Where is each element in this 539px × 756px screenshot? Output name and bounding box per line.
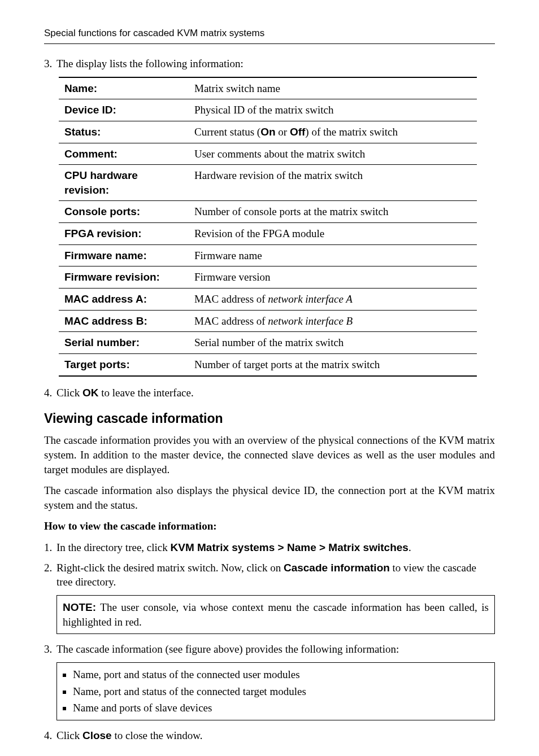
row-value: Number of console ports at the matrix sw…: [189, 201, 477, 223]
row-label: Target ports:: [59, 353, 189, 375]
table-row: FPGA revision: Revision of the FPGA modu…: [59, 223, 477, 245]
row-label: Device ID:: [59, 99, 189, 121]
table-row: Serial number: Serial number of the matr…: [59, 332, 477, 354]
text: to leave the interface.: [98, 387, 193, 399]
table-row: MAC address A: MAC address of network in…: [59, 288, 477, 310]
note-text: The user console, via whose context menu…: [63, 601, 489, 628]
table-row: CPU hardware revision: Hardware revision…: [59, 165, 477, 201]
list-item: Name, port and status of the connected t…: [73, 683, 489, 700]
table-row: Name: Matrix switch name: [59, 77, 477, 99]
text: to close the window.: [112, 729, 203, 741]
row-value: Firmware version: [189, 266, 477, 289]
step-number: 3.: [44, 642, 56, 657]
step-text: The cascade information (see figure abov…: [56, 642, 495, 657]
step-3: 3. The display lists the following infor…: [44, 56, 495, 71]
note-lead: NOTE:: [63, 601, 96, 613]
value-bold: On: [260, 126, 275, 138]
row-label: Status:: [59, 121, 189, 143]
howto-heading: How to view the cascade information:: [44, 519, 495, 534]
row-label: Serial number:: [59, 332, 189, 354]
body-paragraph: The cascade information also displays th…: [44, 483, 495, 512]
value-italic: network interface A: [268, 293, 353, 305]
value-text: or: [276, 126, 290, 138]
table-row: Firmware revision: Firmware version: [59, 266, 477, 289]
step-text: Click Close to close the window.: [56, 728, 495, 743]
step-number: 1.: [44, 540, 56, 555]
table-row: Status: Current status (On or Off) of th…: [59, 121, 477, 143]
list-item-1: 1. In the directory tree, click KVM Matr…: [44, 540, 495, 555]
value-text: MAC address of: [194, 293, 268, 305]
row-label: MAC address B:: [59, 310, 189, 332]
value-text: MAC address of: [194, 315, 268, 327]
row-label: Comment:: [59, 143, 189, 165]
text: In the directory tree, click: [56, 541, 171, 553]
bold-label: KVM Matrix systems > Name > Matrix switc…: [171, 541, 408, 553]
text: .: [408, 541, 411, 553]
value-bold: Off: [290, 126, 305, 138]
row-label: MAC address A:: [59, 288, 189, 310]
step-4: 4. Click OK to leave the interface.: [44, 386, 495, 400]
row-value: Firmware name: [189, 244, 477, 266]
step-number: 4.: [44, 386, 56, 400]
text: Click: [56, 387, 82, 399]
row-value: Serial number of the matrix switch: [189, 332, 477, 354]
row-label: FPGA revision:: [59, 223, 189, 245]
row-value: Matrix switch name: [189, 77, 477, 99]
step-text: The display lists the following informat…: [56, 56, 495, 71]
table-row: MAC address B: MAC address of network in…: [59, 310, 477, 332]
row-value: Number of target ports at the matrix swi…: [189, 353, 477, 375]
row-label: Name:: [59, 77, 189, 99]
list-item-4: 4. Click Close to close the window.: [44, 728, 495, 743]
step-number: 3.: [44, 56, 56, 71]
table-row: Device ID: Physical ID of the matrix swi…: [59, 99, 477, 121]
row-value: MAC address of network interface A: [189, 288, 477, 310]
list-item-3: 3. The cascade information (see figure a…: [44, 642, 495, 657]
list-item-2: 2. Right-click the desired matrix switch…: [44, 561, 495, 589]
text: Right-click the desired matrix switch. N…: [56, 562, 284, 574]
step-number: 2.: [44, 561, 56, 589]
step-text: In the directory tree, click KVM Matrix …: [56, 540, 495, 555]
section-heading: Viewing cascade information: [44, 410, 495, 427]
header-rule: [44, 43, 495, 44]
row-value: Physical ID of the matrix switch: [189, 99, 477, 121]
row-label: Firmware revision:: [59, 266, 189, 289]
bold-label: Close: [82, 729, 112, 741]
value-text: ) of the matrix switch: [305, 126, 398, 138]
row-label: Firmware name:: [59, 244, 189, 266]
row-label: Console ports:: [59, 201, 189, 223]
page-header: Special functions for cascaded KVM matri…: [44, 27, 495, 40]
note-box: NOTE: The user console, via whose contex…: [56, 595, 495, 634]
info-table: Name: Matrix switch name Device ID: Phys…: [59, 77, 477, 377]
table-row: Target ports: Number of target ports at …: [59, 353, 477, 375]
table-row: Console ports: Number of console ports a…: [59, 201, 477, 223]
bullet-box: Name, port and status of the connected u…: [56, 662, 495, 720]
table-row: Comment: User comments about the matrix …: [59, 143, 477, 165]
row-label: CPU hardware revision:: [59, 165, 189, 201]
row-value: MAC address of network interface B: [189, 310, 477, 332]
row-value: User comments about the matrix switch: [189, 143, 477, 165]
bold-label: OK: [82, 387, 99, 399]
list-item: Name, port and status of the connected u…: [73, 666, 489, 683]
row-value: Revision of the FPGA module: [189, 223, 477, 245]
table-row: Firmware name: Firmware name: [59, 244, 477, 266]
value-italic: network interface B: [268, 315, 353, 327]
step-text: Click OK to leave the interface.: [56, 386, 495, 400]
text: Click: [56, 729, 82, 741]
list-item: Name and ports of slave devices: [73, 700, 489, 716]
body-paragraph: The cascade information provides you wit…: [44, 433, 495, 477]
step-number: 4.: [44, 728, 56, 743]
row-value: Current status (On or Off) of the matrix…: [189, 121, 477, 143]
step-text: Right-click the desired matrix switch. N…: [56, 561, 495, 589]
bold-label: Cascade information: [284, 562, 390, 574]
row-value: Hardware revision of the matrix switch: [189, 165, 477, 201]
value-text: Current status (: [194, 126, 260, 138]
